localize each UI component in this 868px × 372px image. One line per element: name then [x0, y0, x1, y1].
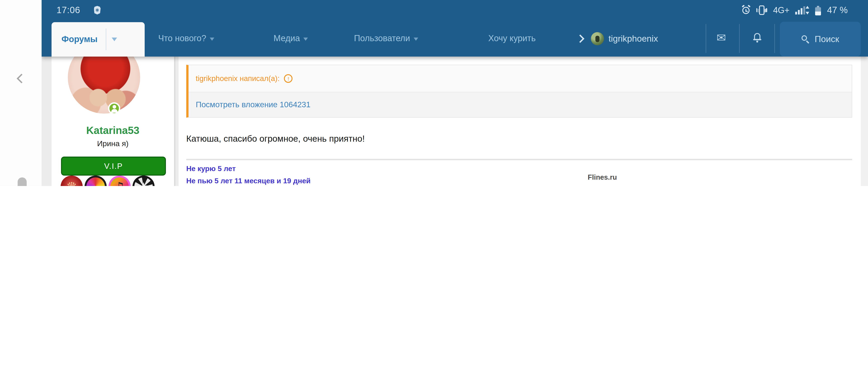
account-menu[interactable]: tigrikphoenix	[609, 20, 658, 57]
network-type: 4G+	[773, 5, 789, 15]
back-chevron-icon[interactable]	[17, 74, 26, 83]
chevron-down-icon	[304, 37, 308, 40]
award-badges-grid: ♛♫★★1✸⚡❦▲6★♣☸2♡▣1☠☀♥☃♥4☸2✚Ω⚓❀1⊘4ΥΥΥ3	[61, 176, 158, 186]
phone-screen: 17:06 ❋ 4G+ 47 % Форумы Что нового?	[0, 0, 868, 186]
member-custom-title: Ирина я)	[52, 139, 174, 148]
online-status-icon	[108, 102, 120, 114]
alarm-icon	[742, 6, 750, 15]
edge-handle[interactable]	[18, 177, 27, 186]
alerts-bell-icon[interactable]	[753, 33, 761, 42]
chevron-down-icon	[414, 37, 418, 40]
battery-percent: 47 %	[827, 5, 848, 16]
nav-divider	[706, 24, 706, 53]
dancers-icon: ♫	[114, 180, 125, 186]
quote-body: Посмотреть вложение 1064231	[188, 92, 852, 117]
left-gutter	[0, 0, 41, 186]
scrollbar-track[interactable]	[861, 57, 868, 186]
poker-chip-icon: ★	[138, 180, 149, 186]
post-message-text: Катюша, спасибо огромное, очень приятно!	[186, 134, 365, 144]
nav-expand-chevron-icon[interactable]	[576, 35, 585, 43]
nav-members[interactable]: Пользователи	[354, 20, 418, 57]
badge-dancers[interactable]: ♫	[108, 176, 131, 186]
badge-rainbow-wheel[interactable]	[85, 176, 107, 186]
nav-whats-new-label: Что нового?	[158, 33, 206, 44]
attachment-link[interactable]: Посмотреть вложение 1064231	[196, 100, 311, 110]
nav-whats-new[interactable]: Что нового?	[158, 20, 214, 57]
thread-page: Katarina53 Ирина я) V.I.P ♛♫★★1✸⚡❦▲6★♣☸2…	[41, 57, 868, 186]
vibrate-icon	[756, 5, 767, 15]
trophy-red-icon: ♛	[66, 180, 77, 186]
badge-trophy-red[interactable]: ♛	[61, 176, 83, 186]
member-sidebar: Katarina53 Ирина я) V.I.P ♛♫★★1✸⚡❦▲6★♣☸2…	[52, 57, 176, 186]
search-icon	[802, 35, 810, 43]
quote-author-line: tigrikphoenix написал(а):	[196, 74, 280, 83]
search-label: Поиск	[815, 34, 839, 45]
signature-divider	[186, 159, 852, 160]
chevron-down-icon[interactable]	[112, 37, 117, 41]
nav-divider	[774, 24, 775, 53]
signal-icon	[796, 6, 809, 15]
counter-watermark: Flines.ru	[588, 173, 617, 181]
antivirus-shield-icon: ❋	[94, 6, 101, 15]
avatar[interactable]	[591, 32, 604, 45]
signature-counter-1: Не курю 5 лет	[186, 165, 236, 173]
nav-members-label: Пользователи	[354, 33, 410, 44]
vip-banner: V.I.P	[61, 156, 166, 176]
jump-to-post-icon[interactable]: ↑	[284, 74, 293, 83]
tab-forums-label: Форумы	[61, 34, 98, 45]
member-username[interactable]: Katarina53	[52, 124, 174, 137]
search-button[interactable]: Поиск	[780, 22, 861, 57]
status-bar: 17:06 ❋ 4G+ 47 %	[41, 0, 868, 20]
badge-poker-chip[interactable]: ★	[132, 176, 155, 186]
clock-time: 17:06	[57, 5, 80, 16]
chevron-down-icon	[210, 37, 214, 40]
account-username: tigrikphoenix	[609, 33, 658, 44]
nav-divider	[739, 24, 740, 53]
browser-app: 17:06 ❋ 4G+ 47 % Форумы Что нового?	[41, 0, 868, 186]
nav-media-label: Медиа	[274, 33, 300, 44]
post-content: tigrikphoenix написал(а): ↑ Посмотреть в…	[179, 57, 861, 186]
tab-forums[interactable]: Форумы	[52, 22, 145, 57]
forum-navbar: Форумы Что нового? Медиа Пользователи Хо…	[41, 20, 868, 57]
text-fade-overlay	[537, 20, 557, 57]
inbox-envelope-icon[interactable]: ✉	[717, 32, 726, 44]
quote-header[interactable]: tigrikphoenix написал(а): ↑	[188, 65, 852, 92]
quote-block: tigrikphoenix написал(а): ↑ Посмотреть в…	[186, 65, 852, 118]
avatar[interactable]	[68, 57, 140, 114]
signature-counter-2: Не пью 5 лет 11 месяцев и 19 дней	[186, 177, 311, 185]
nav-thread-label: Хочу курить	[488, 33, 536, 44]
battery-icon	[815, 6, 821, 15]
tab-divider	[106, 29, 106, 50]
nav-thread-title[interactable]: Хочу курить	[488, 20, 557, 57]
nav-media[interactable]: Медиа	[274, 20, 308, 57]
